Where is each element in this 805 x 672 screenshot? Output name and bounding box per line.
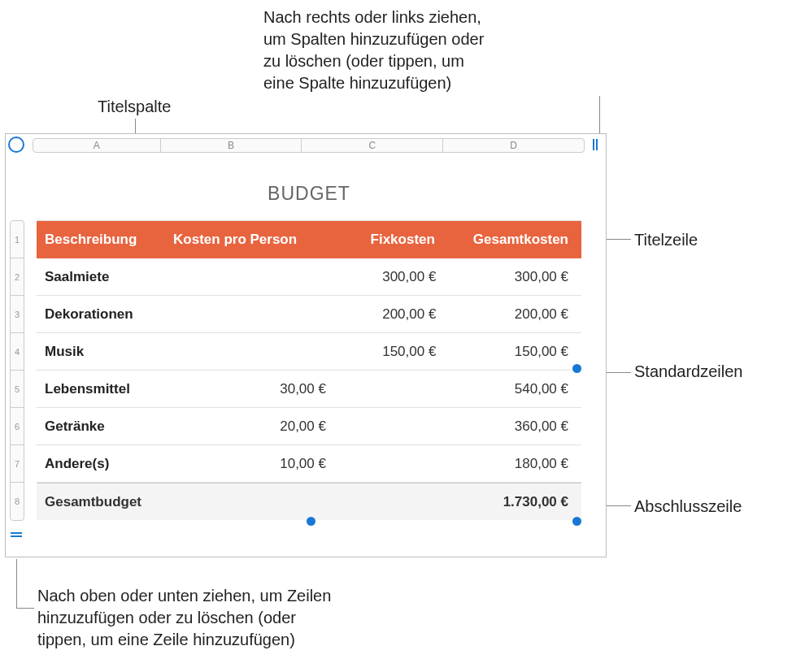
table-title[interactable]: BUDGET <box>37 183 581 205</box>
cell[interactable]: 180,00 € <box>444 456 581 472</box>
cell[interactable]: 300,00 € <box>444 269 581 285</box>
selection-handle[interactable] <box>572 364 581 373</box>
cell[interactable]: Dekorationen <box>37 306 169 323</box>
cell[interactable]: 10,00 € <box>169 456 334 472</box>
table-row[interactable]: Lebensmittel 30,00 € 540,00 € <box>37 371 581 408</box>
row-header-5[interactable]: 5 <box>11 371 24 408</box>
row-header-4[interactable]: 4 <box>11 333 24 371</box>
selection-handle[interactable] <box>572 517 581 526</box>
header-cell[interactable]: Fixkosten <box>332 232 443 248</box>
add-column-handle[interactable] <box>587 137 603 153</box>
cell[interactable]: Musik <box>37 344 169 360</box>
callout-title-column: Titelspalte <box>98 96 171 118</box>
table-row[interactable]: Musik 150,00 € 150,00 € <box>37 333 581 371</box>
row-header-1[interactable]: 1 <box>11 221 24 258</box>
column-header-c[interactable]: C <box>302 139 443 152</box>
row-header-strip[interactable]: 1 2 3 4 5 6 7 8 <box>10 220 24 521</box>
cell[interactable]: 150,00 € <box>334 344 444 360</box>
cell[interactable]: 200,00 € <box>334 306 444 323</box>
add-row-handle[interactable] <box>8 527 24 543</box>
header-cell[interactable]: Beschreibung <box>37 232 170 248</box>
header-cell[interactable]: Kosten pro Person <box>170 232 332 248</box>
cell[interactable]: Saalmiete <box>37 269 169 285</box>
row-header-3[interactable]: 3 <box>11 296 24 333</box>
callout-line <box>16 608 34 609</box>
callout-line <box>603 372 631 373</box>
cell[interactable]: Lebensmittel <box>37 381 169 397</box>
table-footer-row[interactable]: Gesamtbudget 1.730,00 € <box>37 483 581 520</box>
row-header-8[interactable]: 8 <box>11 483 24 520</box>
column-header-b[interactable]: B <box>161 139 302 152</box>
selection-handle[interactable] <box>307 517 315 526</box>
table-row[interactable]: Dekorationen 200,00 € 200,00 € <box>37 296 581 333</box>
row-header-2[interactable]: 2 <box>11 258 24 296</box>
table-row[interactable]: Saalmiete 300,00 € 300,00 € <box>37 258 581 296</box>
header-cell[interactable]: Gesamtkosten <box>443 232 581 248</box>
column-header-d[interactable]: D <box>443 139 584 152</box>
callout-line <box>16 559 17 608</box>
callout-add-column: Nach rechts oder links ziehen, um Spalte… <box>263 7 605 94</box>
cell[interactable]: Gesamtbudget <box>37 494 169 510</box>
callout-add-row: Nach oben oder unten ziehen, um Zeilen h… <box>37 585 395 651</box>
table-header-row[interactable]: Beschreibung Kosten pro Person Fixkosten… <box>37 221 581 258</box>
callout-line <box>599 96 600 137</box>
table-row[interactable]: Getränke 20,00 € 360,00 € <box>37 408 581 445</box>
table-row[interactable]: Andere(s) 10,00 € 180,00 € <box>37 445 581 483</box>
cell[interactable]: 540,00 € <box>444 381 581 397</box>
cell[interactable]: 30,00 € <box>169 381 334 397</box>
row-header-6[interactable]: 6 <box>11 408 24 445</box>
column-header-strip[interactable]: A B C D <box>33 138 585 153</box>
spreadsheet-view: A B C D 1 2 3 4 5 6 7 8 BUDGET Beschreib… <box>5 133 607 557</box>
cell[interactable]: 20,00 € <box>169 418 334 435</box>
column-header-a[interactable]: A <box>33 139 161 152</box>
callout-footer-row: Abschlusszeile <box>634 496 742 518</box>
cell[interactable]: 300,00 € <box>334 269 444 285</box>
cell[interactable]: 150,00 € <box>444 344 581 360</box>
cell[interactable]: 200,00 € <box>444 306 581 323</box>
callout-title-row: Titelzeile <box>634 229 698 251</box>
callout-body-rows: Standardzeilen <box>634 361 742 383</box>
cell[interactable]: 360,00 € <box>444 418 581 435</box>
row-header-7[interactable]: 7 <box>11 445 24 483</box>
table-body: Beschreibung Kosten pro Person Fixkosten… <box>37 220 581 520</box>
table-select-handle[interactable] <box>8 137 24 153</box>
cell[interactable]: Getränke <box>37 418 169 435</box>
cell[interactable]: Andere(s) <box>37 456 169 472</box>
cell[interactable]: 1.730,00 € <box>444 494 581 510</box>
